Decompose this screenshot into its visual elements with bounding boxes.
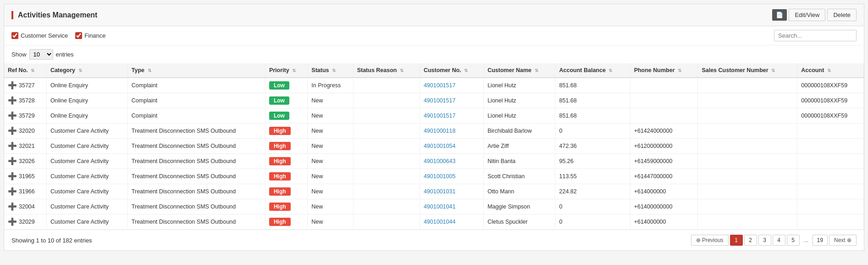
show-entries-bar: Show 10 25 50 100 entries [4,45,864,63]
col-status-reason[interactable]: Status Reason ⇅ [353,63,420,78]
col-status[interactable]: Status ⇅ [308,63,353,78]
cell-type: Complaint [127,108,265,124]
customer-no-link[interactable]: 4901001005 [424,173,456,180]
cell-status-reason [353,108,420,124]
cell-status: New [308,154,353,169]
cell-sales-customer-number [698,169,797,184]
add-icon[interactable]: ➕ [8,112,17,119]
cell-customer-no[interactable]: 4901001005 [420,169,483,184]
showing-text: Showing 1 to 10 of 182 entries [11,237,92,244]
cell-account [797,139,864,154]
cell-ref-no: ➕35729 [4,108,46,124]
add-icon[interactable]: ➕ [8,188,17,195]
customer-no-link[interactable]: 4901001517 [424,97,456,104]
next-circle-icon: ⊕ [847,237,851,243]
col-category[interactable]: Category ⇅ [46,63,127,78]
priority-badge: Low [269,81,289,90]
customer-service-checkbox[interactable] [11,32,18,39]
add-icon[interactable]: ➕ [8,158,17,165]
cell-category: Online Enquiry [46,108,127,124]
cell-status-reason [353,139,420,154]
cell-customer-name: Lionel Hutz [484,93,555,108]
cell-account: 000000108XXF59 [797,78,864,93]
add-icon[interactable]: ➕ [8,82,17,89]
next-button[interactable]: Next ⊕ [829,235,857,246]
cell-status-reason [353,199,420,214]
previous-button[interactable]: ⊕ Previous [691,235,729,246]
cell-customer-no[interactable]: 4901001054 [420,139,483,154]
customer-no-link[interactable]: 4901001054 [424,143,456,149]
table-row: ➕35729Online EnquiryComplaintLowNew49010… [4,108,864,124]
export-button[interactable]: 📄 [772,9,787,21]
col-priority[interactable]: Priority ⇅ [265,63,307,78]
page-button-5[interactable]: 5 [787,235,800,246]
cell-ref-no: ➕32021 [4,139,46,154]
cell-customer-no[interactable]: 4901001044 [420,214,483,230]
col-phone-number[interactable]: Phone Number ⇅ [630,63,698,78]
cell-priority: High [265,184,307,199]
cell-sales-customer-number [698,139,797,154]
cell-sales-customer-number [698,108,797,124]
col-account[interactable]: Account ⇅ [797,63,864,78]
col-account-balance[interactable]: Account Balance ⇅ [555,63,630,78]
cell-status-reason [353,124,420,139]
customer-no-link[interactable]: 4901001044 [424,219,456,225]
search-input[interactable] [774,30,857,41]
cell-type: Treatment Disconnection SMS Outbound [127,214,265,230]
page-button-1[interactable]: 1 [730,235,743,246]
cell-account [797,184,864,199]
sort-icon-customer-name: ⇅ [535,68,538,73]
add-icon[interactable]: ➕ [8,127,17,135]
entries-select[interactable]: 10 25 50 100 [29,49,53,60]
page-button-4[interactable]: 4 [773,235,785,246]
customer-no-link[interactable]: 4901001517 [424,82,456,89]
col-ref-no[interactable]: Ref No. ⇅ [4,63,46,78]
cell-customer-no[interactable]: 4901001517 [420,108,483,124]
cell-customer-name: Maggie Simpson [484,199,555,214]
cell-customer-no[interactable]: 4901001041 [420,199,483,214]
priority-badge: High [269,203,291,211]
col-sales-customer-number[interactable]: Sales Customer Number ⇅ [698,63,797,78]
delete-button[interactable]: Delete [827,9,857,21]
customer-no-link[interactable]: 4901000118 [424,128,456,134]
cell-priority: High [265,169,307,184]
cell-status: New [308,169,353,184]
cell-customer-no[interactable]: 4901001517 [420,93,483,108]
customer-no-link[interactable]: 4901001517 [424,113,456,119]
add-icon[interactable]: ➕ [8,218,17,226]
cell-status: New [308,184,353,199]
cell-customer-no[interactable]: 4901001031 [420,184,483,199]
page-title: Activities Management [11,11,97,19]
cell-sales-customer-number [698,199,797,214]
add-icon[interactable]: ➕ [8,173,17,180]
finance-filter[interactable]: Finance [75,32,105,39]
col-customer-name[interactable]: Customer Name ⇅ [484,63,555,78]
customer-service-filter[interactable]: Customer Service [11,32,68,39]
ref-no-value: 32021 [19,143,35,149]
page-button-2[interactable]: 2 [744,235,757,246]
cell-priority: Low [265,78,307,93]
sort-icon-customer-no: ⇅ [464,68,468,73]
customer-no-link[interactable]: 4901001041 [424,203,456,210]
edit-view-button[interactable]: Edit/View [789,9,825,21]
cell-customer-no[interactable]: 4901000118 [420,124,483,139]
add-icon[interactable]: ➕ [8,97,17,104]
table-row: ➕35727Online EnquiryComplaintLowIn Progr… [4,78,864,93]
page-button-19[interactable]: 19 [813,235,828,246]
col-customer-no[interactable]: Customer No. ⇅ [420,63,483,78]
cell-customer-no[interactable]: 4901001517 [420,78,483,93]
col-type[interactable]: Type ⇅ [127,63,265,78]
add-icon[interactable]: ➕ [8,142,17,150]
customer-no-link[interactable]: 4901000643 [424,158,456,164]
priority-badge: Low [269,96,289,105]
cell-priority: High [265,124,307,139]
cell-customer-no[interactable]: 4901000643 [420,154,483,169]
cell-category: Customer Care Activity [46,154,127,169]
add-icon[interactable]: ➕ [8,203,17,210]
customer-no-link[interactable]: 4901001031 [424,188,456,195]
page-button-3[interactable]: 3 [758,235,771,246]
cell-customer-name: Artie Ziff [484,139,555,154]
cell-category: Online Enquiry [46,93,127,108]
priority-badge: High [269,157,291,165]
finance-checkbox[interactable] [75,32,82,39]
